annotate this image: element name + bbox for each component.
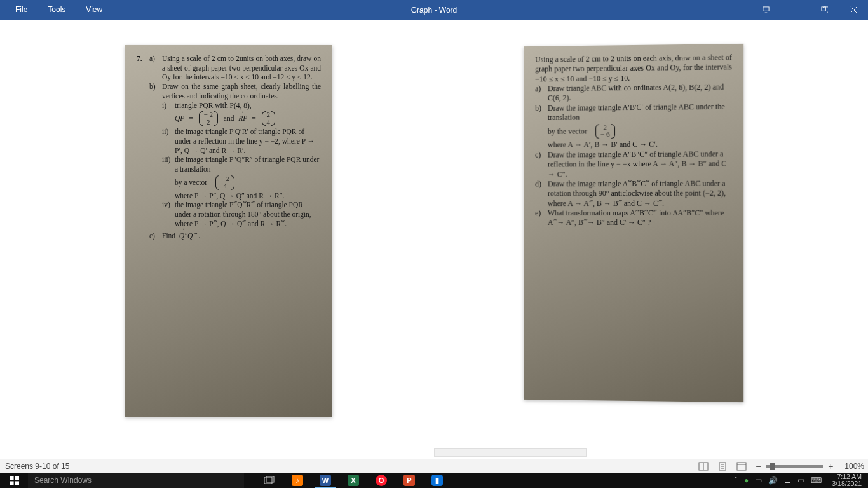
tray-battery-icon[interactable]: ▭ [755, 476, 762, 485]
document-viewport[interactable]: 7. a) Using a scale of 2 cm to 2units on… [0, 20, 868, 445]
part-bii-label: ii) [162, 127, 175, 155]
tray-keyboard-icon[interactable]: ⌨ [811, 476, 822, 485]
task-view-button[interactable] [255, 473, 283, 488]
view-mode-icons [698, 461, 747, 471]
svg-rect-8 [15, 481, 19, 485]
tray-action-center-icon[interactable]: ▭ [797, 476, 804, 485]
r-part-a-text: Draw triangle ABC with co-ordinates A(2,… [548, 83, 732, 104]
r-part-c-text: Draw the image triangle A″B″C″ of triang… [548, 149, 732, 179]
powerpoint-app-button[interactable]: P [395, 473, 423, 488]
meet-app-button[interactable]: ▮ [423, 473, 451, 488]
part-biii-math: by a vector − 24 [175, 175, 321, 190]
part-c-text: Find Q″Q‴ . [162, 231, 321, 241]
part-b-label: b) [149, 82, 162, 100]
tray-chevron-icon[interactable]: ˄ [734, 476, 738, 485]
zoom-out-button[interactable]: − [754, 461, 762, 471]
r-part-d-label: d) [535, 179, 548, 208]
print-layout-icon[interactable] [717, 461, 728, 471]
screens-indicator[interactable]: Screens 9-10 of 15 [0, 462, 69, 471]
menu-bar: File Tools View [0, 0, 112, 20]
zoom-slider[interactable] [766, 465, 823, 468]
window-title: Graph - Word [0, 6, 868, 15]
read-mode-icon[interactable] [698, 461, 709, 471]
document-area: 7. a) Using a scale of 2 cm to 2units on… [0, 20, 868, 459]
zoom-in-button[interactable]: + [827, 461, 834, 471]
horizontal-scrollbar[interactable] [434, 448, 587, 457]
part-b-text: Draw on the same graph sheet, clearly la… [162, 82, 321, 100]
svg-rect-6 [15, 476, 19, 480]
part-a-label: a) [149, 54, 162, 82]
part-bii-text: the image triangle P′Q′R′ of triangle PQ… [175, 127, 321, 155]
svg-rect-7 [10, 481, 14, 485]
svg-rect-4 [737, 463, 746, 470]
system-tray: ˄ ● ▭ 🔊 ⚊ ▭ ⌨ 7:12 AM 3/18/2021 [734, 473, 868, 488]
windows-taskbar: Search Windows ♪ W X O P ▮ ˄ ● ▭ 🔊 ⚊ ▭ ⌨… [0, 473, 868, 488]
part-biii-text: the image triangle P″Q″R″ of triangle PQ… [175, 155, 321, 173]
r-part-a-label: a) [535, 84, 548, 104]
tray-wifi-icon[interactable]: ⚊ [784, 476, 791, 485]
part-bi-math: QP = − 22 and RP = 24 [175, 111, 321, 126]
tray-volume-icon[interactable]: 🔊 [768, 476, 778, 485]
zoom-value[interactable]: 100% [844, 462, 864, 471]
part-biv-label: iv) [162, 200, 175, 228]
r-part-e-label: e) [535, 208, 548, 228]
search-placeholder: Search Windows [34, 476, 92, 485]
part-biii-tail: where P → P″, Q → Q″ and R → R″. [175, 191, 321, 201]
clock-date: 3/18/2021 [832, 480, 862, 487]
intro-text: Using a scale of 2 cm to 2 units on each… [535, 53, 732, 84]
close-button[interactable] [839, 0, 868, 20]
part-bi-text: triangle PQR with P(4, 8), [175, 101, 321, 111]
horizontal-scrollbar-area [0, 445, 868, 459]
page-image-right: Using a scale of 2 cm to 2 units on each… [524, 44, 743, 402]
part-c-label: c) [149, 231, 162, 241]
zoom-control: − + 100% [754, 461, 864, 471]
ribbon-display-icon[interactable] [751, 0, 780, 20]
part-bi-label: i) [162, 101, 175, 128]
taskbar-apps: ♪ W X O P ▮ [255, 473, 451, 488]
title-bar: File Tools View Graph - Word [0, 0, 868, 20]
menu-file[interactable]: File [5, 0, 37, 20]
window-controls [751, 0, 868, 20]
r-part-b-text: Draw the image triangle A′B′C′ of triang… [548, 102, 732, 123]
taskbar-clock[interactable]: 7:12 AM 3/18/2021 [828, 473, 865, 487]
question-number: 7. [137, 54, 149, 82]
start-button[interactable] [0, 473, 28, 488]
page-image-left: 7. a) Using a scale of 2 cm to 2units on… [125, 45, 332, 417]
word-app-button[interactable]: W [311, 473, 339, 488]
maximize-button[interactable] [810, 0, 839, 20]
part-biii-label: iii) [162, 155, 175, 200]
minimize-button[interactable] [780, 0, 810, 20]
r-part-c-label: c) [535, 150, 548, 179]
r-part-b-tail: where A → A′, B → B′ and C → C′. [548, 140, 732, 151]
music-app-button[interactable]: ♪ [283, 473, 311, 488]
web-layout-icon[interactable] [736, 461, 747, 471]
status-bar: Screens 9-10 of 15 − + 100% [0, 459, 868, 473]
search-box[interactable]: Search Windows [28, 473, 244, 488]
tray-security-icon[interactable]: ● [744, 476, 749, 485]
r-part-b-math: by the vector 2− 6 [548, 123, 732, 139]
opera-app-button[interactable]: O [367, 473, 395, 488]
svg-rect-5 [10, 476, 14, 480]
part-biv-text: the image triangle P‴Q‴R‴ of triangle PQ… [175, 200, 321, 228]
excel-app-button[interactable]: X [339, 473, 367, 488]
menu-view[interactable]: View [76, 0, 112, 20]
r-part-d-text: Draw the image triangle A‴B‴C‴ of triang… [548, 179, 732, 208]
menu-tools[interactable]: Tools [37, 0, 76, 20]
r-part-e-text: What transformation maps A‴B‴C‴ into ΔA″… [548, 208, 732, 228]
r-part-b-label: b) [535, 104, 548, 151]
zoom-slider-thumb[interactable] [770, 463, 775, 470]
svg-rect-0 [763, 7, 768, 11]
part-a-text: Using a scale of 2 cm to 2units on both … [162, 54, 321, 82]
